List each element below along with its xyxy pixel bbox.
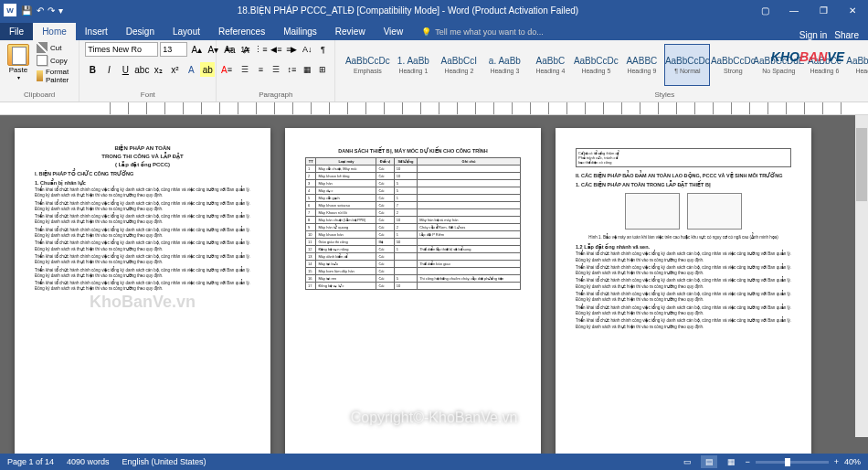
style-item[interactable]: AaBbCcDdIHeading 7 [847, 44, 868, 86]
paste-icon [7, 44, 29, 66]
style-item[interactable]: AaBbCcDc¶ Normal [664, 44, 710, 86]
align-right-button[interactable]: ≡ [253, 62, 268, 77]
subscript-button[interactable]: x₂ [151, 62, 165, 77]
style-item[interactable]: AaBbCcDcHeading 5 [573, 44, 619, 86]
cut-button[interactable]: Cut [37, 42, 73, 53]
brush-icon [37, 70, 43, 81]
tab-insert[interactable]: Insert [76, 23, 117, 40]
line-spacing-button[interactable]: ↕≡ [284, 62, 299, 77]
font-group: A▴ A▾ Aa A̷ B I U abc x₂ x² A ab A Font [79, 40, 217, 101]
superscript-button[interactable]: x² [167, 62, 182, 77]
ribbon-options-icon[interactable]: ▢ [753, 1, 777, 19]
italic-button[interactable]: I [101, 62, 116, 77]
copy-icon [37, 55, 48, 66]
font-label: Font [85, 91, 210, 100]
increase-indent-button[interactable]: ≡▶ [284, 42, 299, 57]
strikethrough-button[interactable]: abc [134, 62, 149, 77]
minimize-button[interactable]: — [782, 1, 806, 19]
zoom-in-button[interactable]: + [834, 457, 839, 466]
chevron-down-icon: ▾ [17, 74, 20, 80]
vertical-scrollbar[interactable] [855, 115, 868, 437]
borders-button[interactable]: ⊞ [315, 62, 330, 77]
style-item[interactable]: AABBCHeading 9 [619, 44, 664, 86]
word-app-icon: W [4, 4, 16, 16]
window-title: 18.BIỆN PHÁP PCCC_ATLĐ [Compatibility Mo… [63, 5, 753, 16]
cut-icon [37, 42, 48, 53]
document-page: Cơ bộ có tổ sợng thâm cổPhải tránh cức, … [556, 128, 811, 455]
page-count[interactable]: Page 1 of 14 [7, 457, 54, 466]
tab-references[interactable]: References [209, 23, 274, 40]
style-item[interactable]: AaBbCHeading 4 [527, 44, 573, 86]
bold-button[interactable]: B [85, 62, 100, 77]
web-layout-button[interactable]: ▦ [723, 455, 739, 468]
tab-file[interactable]: File [0, 23, 33, 40]
horizontal-ruler[interactable] [0, 102, 868, 115]
tab-layout[interactable]: Layout [164, 23, 209, 40]
font-name-select[interactable] [85, 42, 158, 57]
ribbon: Paste ▾ Cut Copy Format Painter Clipboar… [0, 40, 868, 102]
tab-mailings[interactable]: Mailings [274, 23, 326, 40]
numbering-button[interactable]: 1≡ [238, 42, 252, 57]
document-page: KhoBanVe.vn BIỆN PHÁP AN TOÀN TRONG THI … [15, 128, 270, 455]
decrease-indent-button[interactable]: ◀≡ [269, 42, 283, 57]
align-left-button[interactable]: ≡ [222, 62, 237, 77]
clipboard-group: Paste ▾ Cut Copy Format Painter Clipboar… [0, 40, 79, 101]
justify-button[interactable]: ☰ [269, 62, 283, 77]
tab-review[interactable]: Review [326, 23, 375, 40]
lightbulb-icon: 💡 [421, 27, 431, 37]
paragraph-group: •≡ 1≡ ⋮≡ ◀≡ ≡▶ A↓ ¶ ≡ ☰ ≡ ☰ ↕≡ ▦ ⊞ Parag… [217, 40, 335, 101]
underline-button[interactable]: U [118, 62, 132, 77]
show-marks-button[interactable]: ¶ [315, 42, 330, 57]
style-item[interactable]: a. AaBbHeading 3 [482, 44, 527, 86]
zoom-out-button[interactable]: − [745, 457, 749, 466]
print-layout-button[interactable]: ▤ [701, 455, 717, 468]
increase-font-button[interactable]: A▴ [189, 42, 204, 57]
clipboard-label: Clipboard [5, 91, 73, 100]
close-button[interactable]: ✕ [841, 1, 864, 19]
share-button[interactable]: Share [834, 30, 859, 40]
style-item[interactable]: AaBbCcIHeading 2 [436, 44, 482, 86]
tab-design[interactable]: Design [117, 23, 164, 40]
title-bar: W 💾 ↶ ↷ ▾ 18.BIỆN PHÁP PCCC_ATLĐ [Compat… [0, 0, 868, 20]
language-status[interactable]: English (United States) [122, 457, 206, 466]
bullets-button[interactable]: •≡ [222, 42, 237, 57]
copy-button[interactable]: Copy [37, 55, 73, 66]
zoom-slider[interactable] [756, 461, 829, 464]
save-icon[interactable]: 💾 [20, 4, 33, 16]
safety-diagram [625, 193, 680, 230]
text-effects-button[interactable]: A [184, 62, 198, 77]
undo-icon[interactable]: ↶ [37, 5, 44, 16]
restore-button[interactable]: ❐ [811, 1, 835, 19]
sort-button[interactable]: A↓ [300, 42, 314, 57]
paragraph-label: Paragraph [222, 91, 329, 100]
status-bar: Page 1 of 14 4090 words English (United … [0, 454, 868, 470]
ribbon-tabs: File Home Insert Design Layout Reference… [0, 20, 868, 40]
document-area[interactable]: KhoBanVe.vn BIỆN PHÁP AN TOÀN TRONG THI … [0, 115, 868, 455]
scroll-thumb[interactable] [856, 128, 867, 201]
read-mode-button[interactable]: ▭ [679, 455, 695, 468]
document-page: DANH SÁCH THIẾT BỊ, MÁY MÓC DỰ KIẾN CHO … [285, 128, 541, 455]
tab-home[interactable]: Home [33, 23, 76, 40]
multilevel-button[interactable]: ⋮≡ [253, 42, 268, 57]
paste-button[interactable]: Paste ▾ [5, 42, 31, 82]
format-painter-button[interactable]: Format Painter [37, 68, 73, 84]
highlight-button[interactable]: ab [200, 62, 215, 77]
sign-in-link[interactable]: Sign in [799, 30, 828, 40]
font-size-select[interactable] [160, 42, 187, 57]
shading-button[interactable]: ▦ [300, 62, 314, 77]
align-center-button[interactable]: ☰ [238, 62, 252, 77]
style-item[interactable]: AaBbCcDcStrong [710, 44, 756, 86]
style-item[interactable]: 1. AaBbHeading 1 [390, 44, 436, 86]
tab-view[interactable]: View [375, 23, 413, 40]
style-item[interactable]: AaBbCcDcEmphasis [344, 44, 390, 86]
zoom-level[interactable]: 40% [844, 457, 861, 466]
watermark-logo: KHOBANVE [771, 49, 844, 64]
equipment-table: TTLoại máyĐơn vịSố lượngGhi chú1Máy cắt … [305, 157, 521, 290]
redo-icon[interactable]: ↷ [48, 5, 55, 16]
tell-me-search[interactable]: 💡 Tell me what you want to do... [412, 24, 799, 40]
word-count[interactable]: 4090 words [67, 457, 110, 466]
safety-diagram [687, 193, 742, 230]
styles-label: Styles [341, 91, 868, 100]
